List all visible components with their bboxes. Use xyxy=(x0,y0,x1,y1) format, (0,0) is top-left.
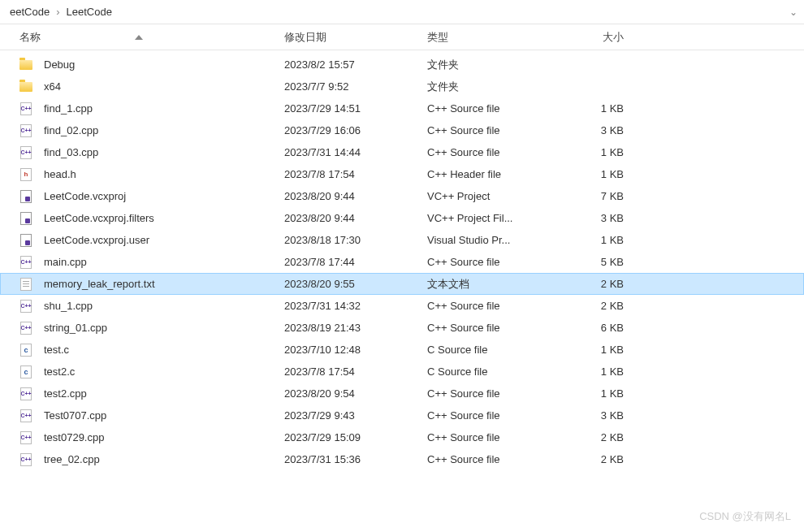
file-row[interactable]: C++test0729.cpp2023/7/29 15:09C++ Source… xyxy=(0,426,804,448)
file-size: 2 KB xyxy=(554,274,632,294)
file-row[interactable]: LeetCode.vcxproj.user2023/8/18 17:30Visu… xyxy=(0,229,804,251)
cpp-file-icon: C++ xyxy=(19,256,32,269)
file-name-cell: C++find_02.cpp xyxy=(19,124,284,137)
file-name: find_03.cpp xyxy=(44,146,98,158)
file-row[interactable]: C++main.cpp2023/7/8 17:44C++ Source file… xyxy=(0,251,804,273)
cpp-file-icon: C++ xyxy=(19,387,32,400)
file-type: 文件夹 xyxy=(427,80,554,94)
file-name: test.c xyxy=(44,344,69,356)
cpp-file-icon: C++ xyxy=(19,322,32,335)
file-row[interactable]: Debug2023/8/2 15:57文件夹 xyxy=(0,54,804,76)
breadcrumb-item-parent[interactable]: eetCode xyxy=(6,6,53,18)
file-name-cell: x64 xyxy=(19,80,284,93)
file-size: 5 KB xyxy=(554,256,632,268)
file-name: Debug xyxy=(44,58,75,71)
file-type: C++ Source file xyxy=(427,322,554,334)
folder-icon xyxy=(19,58,32,71)
file-date: 2023/7/8 17:54 xyxy=(284,365,427,378)
file-name-cell: ctest2.c xyxy=(19,365,284,378)
file-date: 2023/8/20 9:54 xyxy=(284,387,427,400)
file-name: LeetCode.vcxproj xyxy=(44,190,126,202)
file-size: 7 KB xyxy=(554,190,632,202)
cpp-file-icon: C++ xyxy=(19,102,32,115)
file-name: head.h xyxy=(44,168,76,180)
file-name-cell: C++tree_02.cpp xyxy=(19,453,284,466)
project-file-icon xyxy=(19,234,32,247)
file-date: 2023/8/19 21:43 xyxy=(284,322,427,334)
file-name-cell: hhead.h xyxy=(19,168,284,181)
file-type: VC++ Project xyxy=(427,190,554,202)
file-name-cell: C++test0729.cpp xyxy=(19,431,284,444)
file-date: 2023/7/8 17:54 xyxy=(284,168,427,180)
file-row[interactable]: C++tree_02.cpp2023/7/31 15:36C++ Source … xyxy=(0,448,804,470)
file-row[interactable]: C++test2.cpp2023/8/20 9:54C++ Source fil… xyxy=(0,383,804,404)
file-size: 1 KB xyxy=(554,168,632,180)
file-date: 2023/7/29 16:06 xyxy=(284,124,427,136)
file-date: 2023/7/8 17:44 xyxy=(284,256,427,268)
file-type: Visual Studio Pr... xyxy=(427,234,554,246)
file-type: 文本文档 xyxy=(427,274,554,294)
file-name-cell: C++main.cpp xyxy=(19,256,284,269)
file-date: 2023/7/29 15:09 xyxy=(284,431,427,443)
file-name-cell: LeetCode.vcxproj xyxy=(19,190,284,203)
cpp-file-icon: C++ xyxy=(19,431,32,444)
breadcrumb-item-current[interactable]: LeetCode xyxy=(63,6,115,18)
file-name-cell: C++string_01.cpp xyxy=(19,322,284,335)
file-size: 2 KB xyxy=(554,453,632,465)
file-size: 1 KB xyxy=(554,102,632,115)
chevron-down-icon[interactable]: ⌄ xyxy=(789,6,798,18)
file-name-cell: C++shu_1.cpp xyxy=(19,300,284,313)
file-type: C Source file xyxy=(427,344,554,356)
file-list: Debug2023/8/2 15:57文件夹x642023/7/7 9:52文件… xyxy=(0,50,804,470)
file-row[interactable]: ctest.c2023/7/10 12:48C Source file1 KB xyxy=(0,339,804,361)
file-row[interactable]: LeetCode.vcxproj.filters2023/8/20 9:44VC… xyxy=(0,207,804,229)
file-name: memory_leak_report.txt xyxy=(44,278,155,290)
file-row[interactable]: memory_leak_report.txt2023/8/20 9:55文本文档… xyxy=(0,273,804,295)
file-row[interactable]: C++find_02.cpp2023/7/29 16:06C++ Source … xyxy=(0,119,804,141)
file-name: string_01.cpp xyxy=(44,322,107,334)
file-date: 2023/7/10 12:48 xyxy=(284,344,427,356)
file-name-cell: ctest.c xyxy=(19,344,284,357)
file-name-cell: C++find_03.cpp xyxy=(19,146,284,159)
file-row[interactable]: LeetCode.vcxproj2023/8/20 9:44VC++ Proje… xyxy=(0,185,804,207)
file-size: 1 KB xyxy=(554,387,632,400)
file-row[interactable]: hhead.h2023/7/8 17:54C++ Header file1 KB xyxy=(0,163,804,185)
file-size: 1 KB xyxy=(554,365,632,378)
file-row[interactable]: C++string_01.cpp2023/8/19 21:43C++ Sourc… xyxy=(0,317,804,339)
file-type: VC++ Project Fil... xyxy=(427,212,554,224)
column-header-name[interactable]: 名称 xyxy=(19,30,284,45)
file-name: tree_02.cpp xyxy=(44,453,100,465)
file-row[interactable]: C++shu_1.cpp2023/7/31 14:32C++ Source fi… xyxy=(0,295,804,317)
file-date: 2023/8/20 9:55 xyxy=(284,274,427,294)
cpp-file-icon: C++ xyxy=(19,146,32,159)
file-row[interactable]: x642023/7/7 9:52文件夹 xyxy=(0,76,804,97)
file-type: C++ Source file xyxy=(427,409,554,422)
column-name-label: 名称 xyxy=(19,30,41,45)
breadcrumb[interactable]: eetCode › LeetCode ⌄ xyxy=(0,0,804,24)
file-type: C++ Source file xyxy=(427,300,554,312)
file-name: LeetCode.vcxproj.filters xyxy=(44,212,154,224)
cpp-file-icon: C++ xyxy=(19,409,32,422)
file-date: 2023/7/31 15:36 xyxy=(284,453,427,465)
column-header-date[interactable]: 修改日期 xyxy=(284,30,427,45)
column-header-type[interactable]: 类型 xyxy=(427,30,554,45)
file-size: 1 KB xyxy=(554,234,632,246)
file-date: 2023/7/29 14:51 xyxy=(284,102,427,115)
file-row[interactable]: C++find_1.cpp2023/7/29 14:51C++ Source f… xyxy=(0,97,804,119)
file-date: 2023/7/31 14:32 xyxy=(284,300,427,312)
file-date: 2023/7/29 9:43 xyxy=(284,409,427,422)
file-size: 2 KB xyxy=(554,431,632,443)
file-name: main.cpp xyxy=(44,256,87,268)
header-file-icon: h xyxy=(19,168,32,181)
file-row[interactable]: ctest2.c2023/7/8 17:54C Source file1 KB xyxy=(0,361,804,383)
file-type: C++ Source file xyxy=(427,124,554,136)
file-size: 3 KB xyxy=(554,124,632,136)
file-row[interactable]: C++Test0707.cpp2023/7/29 9:43C++ Source … xyxy=(0,404,804,426)
column-header-size[interactable]: 大小 xyxy=(554,30,632,45)
file-name-cell: Debug xyxy=(19,58,284,71)
breadcrumb-separator: › xyxy=(53,6,63,18)
cpp-file-icon: C++ xyxy=(19,453,32,466)
project-file-icon xyxy=(19,212,32,225)
file-row[interactable]: C++find_03.cpp2023/7/31 14:44C++ Source … xyxy=(0,141,804,163)
file-type: C++ Source file xyxy=(427,387,554,400)
